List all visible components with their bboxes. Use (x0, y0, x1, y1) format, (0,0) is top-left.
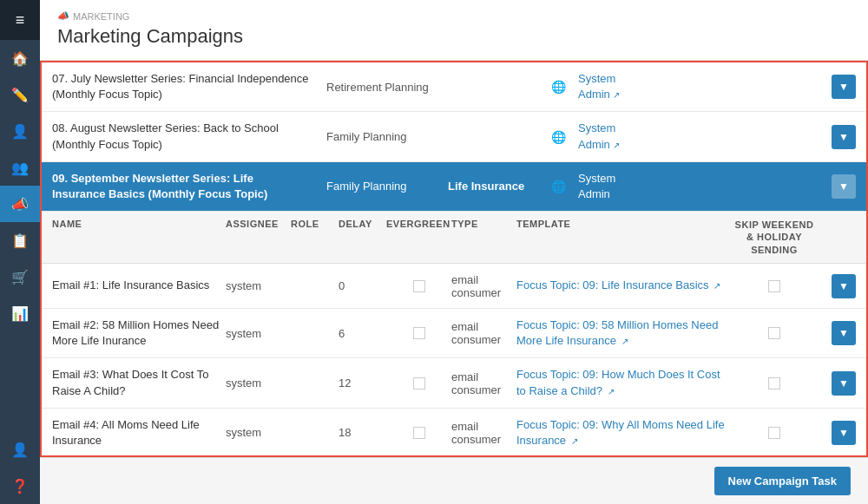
campaign-row: 08. August Newsletter Series: Back to Sc… (42, 112, 866, 161)
campaign-tag2 (441, 78, 545, 95)
col-header-action (818, 219, 856, 256)
task-template: Focus Topic: 09: Life Insurance Basics ↗ (516, 278, 731, 293)
campaign-user: System Admin ↗ (571, 112, 649, 160)
app-logo: ≡ (0, 0, 40, 40)
task-type: email consumer (451, 420, 516, 446)
task-skip (731, 377, 818, 389)
task-template: Focus Topic: 09: How Much Does It Cost t… (516, 367, 731, 398)
sidebar-item-clipboard[interactable]: 📋 (0, 222, 40, 259)
campaigns-content: 07. July Newsletter Series: Financial In… (40, 61, 868, 457)
campaign-dropdown[interactable]: ▼ (828, 75, 859, 99)
campaign-dropdown-button[interactable]: ▼ (832, 125, 856, 149)
task-skip (731, 427, 818, 439)
col-header-name: NAME (52, 219, 226, 256)
tasks-section: NAME ASSIGNEE ROLE DELAY EVERGREEN TYPE … (42, 212, 866, 457)
skip-checkbox[interactable] (768, 427, 780, 439)
task-type: email consumer (451, 273, 516, 299)
task-template: Focus Topic: 09: 58 Million Homes Need M… (516, 317, 731, 349)
campaign-dropdown[interactable]: ▼ (828, 125, 859, 149)
task-template: Focus Topic: 09: Why All Moms Need Life … (516, 417, 731, 448)
col-header-type: TYPE (451, 219, 516, 256)
task-template-link[interactable]: Focus Topic: 09: 58 Million Homes Need M… (516, 318, 718, 347)
task-delay: 12 (339, 376, 386, 389)
main-content: 📣 MARKETING Marketing Campaigns 07. July… (40, 0, 868, 504)
page-footer: New Campaign Task (40, 457, 868, 504)
task-evergreen (386, 280, 451, 292)
globe-icon-active: 🌐 (545, 180, 571, 193)
task-template-link[interactable]: Focus Topic: 09: How Much Does It Cost t… (516, 368, 720, 396)
task-delay: 18 (339, 426, 386, 439)
breadcrumb: 📣 MARKETING (57, 10, 851, 22)
campaign-row: 07. July Newsletter Series: Financial In… (42, 62, 866, 112)
task-name: Email #3: What Does It Cost To Raise A C… (52, 367, 226, 398)
sidebar-item-help[interactable]: ❓ (0, 468, 40, 504)
task-row: Email #1: Life Insurance Basics system 0… (42, 264, 866, 309)
campaign-user-active: System Admin (571, 162, 649, 211)
campaign-tag: Family Planning (319, 121, 441, 152)
sidebar-item-chart[interactable]: 📊 (0, 295, 40, 331)
task-action[interactable]: ▼ (818, 321, 856, 345)
campaign-user: System Admin ↗ (571, 62, 649, 111)
skip-checkbox[interactable] (768, 377, 780, 389)
campaign-dropdown-active[interactable]: ▼ (828, 174, 859, 199)
task-delay: 0 (339, 279, 386, 292)
page-title: Marketing Campaigns (57, 25, 851, 48)
task-dropdown-button[interactable]: ▼ (832, 421, 856, 445)
evergreen-checkbox[interactable] (413, 427, 425, 439)
campaign-tag2-active: Life Insurance (441, 171, 545, 201)
task-evergreen (386, 327, 451, 339)
campaign-name: 08. August Newsletter Series: Back to Sc… (42, 112, 319, 160)
breadcrumb-icon: 📣 (57, 10, 69, 22)
evergreen-checkbox[interactable] (413, 377, 425, 389)
sidebar: ≡ 🏠 ✏️ 👤 👥 📣 📋 🛒 📊 👤 ❓ (0, 0, 40, 504)
task-template-link[interactable]: Focus Topic: 09: Life Insurance Basics (516, 278, 709, 291)
task-action[interactable]: ▼ (818, 274, 856, 298)
campaign-tag-active: Family Planning (319, 171, 441, 201)
task-type: email consumer (451, 370, 516, 396)
task-row: Email #3: What Does It Cost To Raise A C… (42, 358, 866, 408)
sidebar-item-person[interactable]: 👤 (0, 431, 40, 468)
col-header-role: ROLE (291, 219, 339, 256)
task-delay: 6 (339, 327, 386, 340)
col-header-assignee: ASSIGNEE (226, 219, 291, 256)
col-header-template: TEMPLATE (516, 219, 731, 256)
task-template-link[interactable]: Focus Topic: 09: Why All Moms Need Life … (516, 418, 725, 447)
globe-icon: 🌐 (545, 130, 571, 144)
skip-checkbox[interactable] (768, 327, 780, 339)
task-row: Email #2: 58 Million Homes Need More Lif… (42, 309, 866, 358)
sidebar-item-edit[interactable]: ✏️ (0, 76, 40, 113)
col-header-evergreen: EVERGREEN (386, 219, 451, 256)
task-action[interactable]: ▼ (818, 421, 856, 445)
task-dropdown-button[interactable]: ▼ (832, 371, 856, 396)
sidebar-item-marketing[interactable]: 📣 (0, 186, 40, 222)
task-name: Email #1: Life Insurance Basics (52, 278, 226, 293)
task-assignee: system (226, 376, 291, 389)
skip-checkbox[interactable] (768, 280, 780, 292)
task-skip (731, 280, 818, 292)
task-action[interactable]: ▼ (818, 371, 856, 396)
campaign-tag: Retirement Planning (319, 72, 441, 102)
task-dropdown-button[interactable]: ▼ (832, 321, 856, 345)
campaign-dropdown-button-active[interactable]: ▼ (832, 174, 856, 199)
col-header-delay: DELAY (339, 219, 386, 256)
sidebar-item-user[interactable]: 👤 (0, 113, 40, 149)
campaign-name: 07. July Newsletter Series: Financial In… (42, 62, 319, 111)
sidebar-item-users[interactable]: 👥 (0, 149, 40, 186)
evergreen-checkbox[interactable] (413, 280, 425, 292)
task-row: Email #4: All Moms Need Life Insurance s… (42, 409, 866, 457)
sidebar-item-cart[interactable]: 🛒 (0, 259, 40, 295)
sidebar-item-home[interactable]: 🏠 (0, 40, 40, 76)
col-header-skip: SKIP WEEKEND & HOLIDAY SENDING (731, 219, 818, 256)
new-campaign-task-button[interactable]: New Campaign Task (714, 467, 851, 495)
task-assignee: system (226, 279, 291, 292)
breadcrumb-text: MARKETING (73, 11, 129, 22)
campaign-tag2 (441, 128, 545, 146)
task-type: email consumer (451, 320, 516, 346)
campaign-dropdown-button[interactable]: ▼ (832, 75, 856, 99)
task-skip (731, 327, 818, 339)
task-dropdown-button[interactable]: ▼ (832, 274, 856, 298)
task-evergreen (386, 377, 451, 389)
tasks-table-header: NAME ASSIGNEE ROLE DELAY EVERGREEN TYPE … (42, 212, 866, 264)
globe-icon: 🌐 (545, 80, 571, 94)
evergreen-checkbox[interactable] (413, 327, 425, 339)
